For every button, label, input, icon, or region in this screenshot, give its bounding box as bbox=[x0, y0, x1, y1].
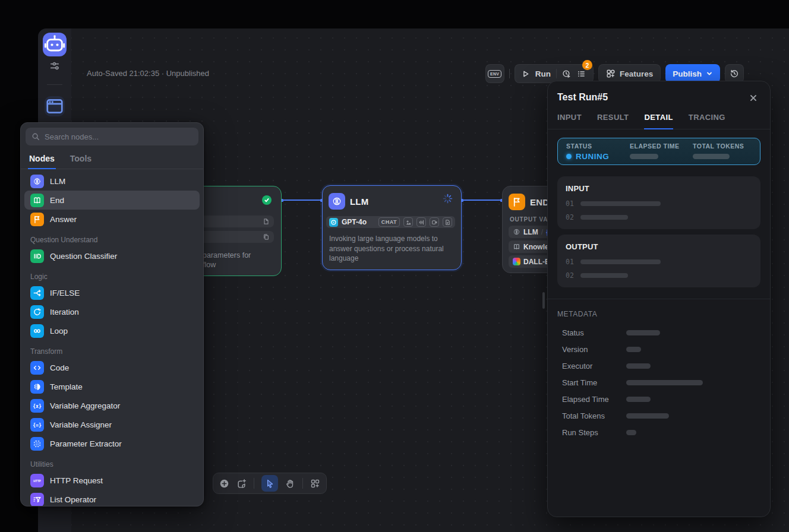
skeleton-row: 01 bbox=[566, 200, 752, 208]
node-item-label: Answer bbox=[50, 215, 77, 224]
line-number: 02 bbox=[566, 213, 574, 221]
status-label: STATUS bbox=[566, 142, 630, 150]
checklist-icon[interactable] bbox=[577, 69, 586, 78]
run-button[interactable]: Run bbox=[535, 69, 551, 78]
metadata-row-executor: Executor bbox=[557, 357, 760, 374]
metadata-label: Executor bbox=[562, 362, 626, 370]
node-item-answer[interactable]: Answer bbox=[24, 210, 200, 229]
value-skeleton bbox=[580, 215, 628, 220]
close-icon[interactable] bbox=[749, 93, 758, 103]
canvas-toolbar bbox=[213, 473, 327, 494]
node-item-iteration[interactable]: Iteration bbox=[24, 302, 200, 321]
elapsed-time-label: ELAPSED TIME bbox=[630, 142, 693, 150]
tab-nodes[interactable]: Nodes bbox=[28, 150, 56, 169]
node-item-parameter-extractor[interactable]: Parameter Extractor bbox=[24, 434, 200, 453]
toolbar-separator bbox=[254, 478, 254, 489]
rail-divider bbox=[47, 84, 62, 85]
node-item-label: LLM bbox=[50, 177, 65, 186]
add-node-button[interactable] bbox=[219, 479, 229, 489]
output-card-title: OUTPUT bbox=[566, 242, 752, 251]
node-item-label: Variable Aggregator bbox=[50, 401, 120, 410]
workflow-settings-icon[interactable] bbox=[49, 61, 60, 71]
window-icon bbox=[45, 96, 65, 116]
doc-capability-icon bbox=[443, 217, 452, 227]
svg-text:HTTP: HTTP bbox=[33, 479, 41, 482]
metadata-label: Total Tokens bbox=[562, 411, 626, 420]
template-icon bbox=[30, 380, 44, 394]
metadata-row-total-tokens: Total Tokens bbox=[557, 407, 760, 424]
total-tokens-skeleton bbox=[693, 154, 730, 159]
publish-label: Publish bbox=[673, 69, 702, 78]
node-item-code[interactable]: Code bbox=[24, 358, 200, 377]
node-item-template[interactable]: Template bbox=[24, 377, 200, 396]
tab-tracing[interactable]: TRACING bbox=[689, 113, 725, 129]
model-selector[interactable]: GPT-4o CHAT bbox=[326, 216, 455, 228]
run-panel-title: Test Run#5 bbox=[557, 92, 760, 103]
search-input[interactable]: Search nodes... bbox=[26, 128, 198, 145]
autosave-status: Auto-Saved 21:02:35 · Unpublished bbox=[87, 69, 209, 78]
video-icon bbox=[431, 219, 438, 226]
status-value: RUNING bbox=[576, 152, 609, 161]
input-card: INPUT 0102 bbox=[557, 176, 760, 229]
node-item-label: List Operator bbox=[50, 495, 96, 504]
node-search-panel: Search nodes... NodesTools LLMEndAnswerQ… bbox=[20, 122, 204, 506]
hand-mode-button[interactable] bbox=[285, 479, 295, 489]
run-history-icon[interactable] bbox=[562, 69, 572, 78]
tab-result[interactable]: RESULT bbox=[597, 113, 629, 129]
section-header-logic: Logic bbox=[21, 265, 203, 283]
node-item-llm[interactable]: LLM bbox=[24, 172, 200, 191]
node-item-question-classifier[interactable]: Question Classifier bbox=[24, 246, 200, 265]
env-button[interactable]: ENV bbox=[485, 64, 504, 83]
chevron-down-icon bbox=[706, 70, 713, 77]
flag-icon bbox=[512, 197, 522, 207]
metadata-label: Status bbox=[562, 328, 626, 337]
cycle-icon bbox=[30, 305, 44, 319]
node-item-end[interactable]: End bbox=[24, 191, 200, 210]
pointer-mode-button[interactable] bbox=[261, 475, 278, 492]
node-item-loop[interactable]: Loop bbox=[24, 321, 200, 340]
value-skeleton bbox=[626, 430, 636, 435]
output-card: OUTPUT 0102 bbox=[557, 235, 760, 287]
model-icon bbox=[332, 196, 342, 207]
section-header-question-understand: Question Understand bbox=[21, 229, 203, 246]
value-skeleton bbox=[580, 201, 661, 206]
node-item-variable-aggregator[interactable]: {x}Variable Aggregator bbox=[24, 396, 200, 415]
test-run-panel: Test Run#5 INPUTRESULTDETAILTRACING STAT… bbox=[547, 81, 771, 517]
value-skeleton bbox=[626, 363, 651, 369]
node-item-if-else[interactable]: IF/ELSE bbox=[24, 283, 200, 302]
book-icon bbox=[30, 194, 44, 207]
node-item-label: Template bbox=[50, 382, 83, 391]
audio-icon bbox=[418, 219, 425, 226]
canvas-scrollbar[interactable] bbox=[542, 292, 545, 309]
book-icon bbox=[513, 243, 520, 251]
add-note-button[interactable] bbox=[236, 479, 247, 489]
llm-node-description: Invoking large language models to answer… bbox=[329, 234, 452, 264]
tab-input[interactable]: INPUT bbox=[557, 113, 582, 129]
node-item-label: Variable Assigner bbox=[50, 420, 112, 429]
node-item-label: Iteration bbox=[50, 308, 79, 316]
metadata-row-elapsed-time: Elapsed Time bbox=[557, 391, 760, 407]
node-item-variable-assigner[interactable]: {=}Variable Assigner bbox=[24, 415, 200, 434]
app-logo[interactable] bbox=[43, 33, 67, 56]
tab-tools[interactable]: Tools bbox=[69, 150, 93, 169]
node-item-label: HTTP Request bbox=[50, 476, 103, 485]
play-icon[interactable] bbox=[522, 69, 530, 78]
run-group-separator bbox=[556, 69, 557, 78]
audio-capability-icon bbox=[416, 217, 426, 227]
value-skeleton bbox=[580, 259, 661, 264]
success-check-icon bbox=[262, 195, 272, 205]
llm-node[interactable]: LLM GPT-4o CHAT Invoking large language … bbox=[322, 185, 462, 270]
funnel-icon bbox=[30, 493, 44, 506]
organize-nodes-button[interactable] bbox=[310, 479, 320, 489]
llm-node-icon bbox=[329, 193, 345, 210]
status-dot bbox=[566, 154, 572, 159]
tab-detail[interactable]: DETAIL bbox=[644, 113, 673, 129]
value-skeleton bbox=[626, 347, 641, 352]
preview-panel-button[interactable] bbox=[45, 96, 65, 116]
node-item-list-operator[interactable]: List Operator bbox=[24, 490, 200, 506]
dalle-icon bbox=[513, 258, 520, 265]
node-item-http-request[interactable]: HTTPHTTP Request bbox=[24, 471, 200, 490]
line-number: 02 bbox=[566, 271, 574, 280]
run-panel-tabs: INPUTRESULTDETAILTRACING bbox=[548, 113, 770, 129]
svg-text:{=}: {=} bbox=[33, 422, 42, 428]
